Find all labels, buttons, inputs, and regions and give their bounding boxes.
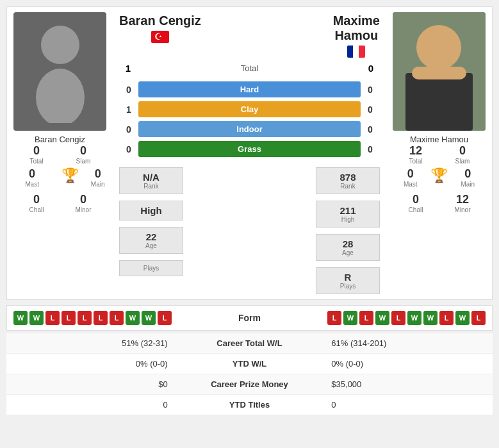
main-container: Baran Cengiz 0 Total 0 Slam 0 Mast	[0, 0, 499, 422]
center-stats: Baran Cengiz MaximeHamou 1 Total 0	[113, 7, 386, 299]
left-form-l2: L	[61, 311, 76, 325]
ytd-titles-right: 0	[322, 395, 493, 415]
ytd-titles-left: 0	[6, 395, 177, 415]
total-score-right: 0	[362, 63, 380, 74]
stats-row-ytd-wl: 0% (0-0) YTD W/L 0% (0-0)	[6, 354, 493, 374]
ytd-titles-label: YTD Titles	[177, 395, 323, 415]
left-rank-value: N/A	[143, 172, 160, 183]
right-form-l2: L	[359, 311, 373, 325]
left-plays-box: Plays	[119, 260, 183, 276]
left-trophy-row: 0 Mast 🏆 0 Main	[15, 167, 105, 188]
right-form-w2: W	[375, 311, 389, 325]
right-stat-chall: 0 Chall	[395, 193, 438, 213]
left-stat-total: 0 Total	[15, 144, 58, 165]
right-age-box: 28 Age	[316, 234, 380, 261]
right-plays-box: R Plays	[316, 267, 380, 294]
right-player-name: Maxime Hamou	[410, 135, 468, 144]
right-player-section: Maxime Hamou 12 Total 0 Slam 0 Mast	[386, 7, 492, 219]
right-plays-value: R	[345, 272, 352, 283]
svg-rect-4	[405, 73, 473, 131]
right-trophy-cell: 🏆	[430, 167, 448, 188]
form-section: W W L L L L L W W L Form L W L W L W W L…	[6, 305, 493, 331]
right-chall-minor: 0 Chall 12 Minor	[395, 193, 484, 213]
surface-row-indoor: 0 Indoor 0	[119, 121, 380, 137]
indoor-score-left: 0	[119, 124, 138, 135]
svg-point-3	[416, 25, 461, 70]
left-form-w1: W	[13, 311, 28, 325]
left-trophy-icon: 🏆	[61, 167, 79, 184]
france-flag-icon	[347, 46, 365, 58]
stats-row-prize-money: $0 Career Prize Money $35,000	[6, 374, 493, 395]
right-form-w4: W	[423, 311, 438, 325]
right-name-block: MaximeHamou	[333, 13, 380, 60]
stats-row-ytd-titles: 0 YTD Titles 0	[6, 395, 493, 415]
match-header: Baran Cengiz 0 Total 0 Slam 0 Mast	[6, 6, 493, 300]
left-stat-mast: 0 Mast	[15, 167, 49, 188]
left-age-box: 22 Age	[119, 227, 183, 254]
clay-badge: Clay	[138, 101, 361, 117]
total-row: 1 Total 0	[113, 60, 386, 76]
right-high-value: 211	[339, 205, 356, 216]
left-stat-main: 0 Main	[91, 167, 105, 188]
surface-row-hard: 0 Hard 0	[119, 81, 380, 97]
surface-scores: 0 Hard 0 1 Clay 0 0 Indoor 0 0 Grass	[113, 76, 386, 162]
career-wl-left: 51% (32-31)	[6, 333, 177, 354]
left-form-w2: W	[29, 311, 44, 325]
left-player-name-top: Baran Cengiz	[119, 13, 201, 28]
career-wl-right: 61% (314-201)	[322, 333, 493, 354]
career-wl-label: Career Total W/L	[177, 333, 323, 354]
left-stat-chall: 0 Chall	[15, 193, 58, 213]
left-form-w3: W	[126, 311, 140, 325]
left-flag-row	[151, 31, 169, 43]
svg-rect-5	[412, 67, 466, 79]
left-form-l1: L	[45, 311, 60, 325]
left-avatar-svg	[31, 21, 89, 123]
right-stat-main: 0 Main	[452, 167, 484, 188]
left-high-value: High	[140, 205, 161, 216]
clay-score-right: 0	[361, 104, 380, 115]
right-stat-minor: 12 Minor	[441, 193, 484, 213]
left-form-l4: L	[94, 311, 108, 325]
indoor-badge: Indoor	[138, 121, 361, 137]
left-form-l5: L	[110, 311, 124, 325]
left-player-stats-grid: 0 Total 0 Slam	[15, 144, 105, 165]
right-form-l4: L	[439, 311, 454, 325]
left-chall-minor: 0 Chall 0 Minor	[15, 193, 105, 213]
top-names-row: Baran Cengiz MaximeHamou	[113, 7, 386, 60]
grass-score-right: 0	[361, 144, 380, 154]
hard-score-right: 0	[361, 85, 380, 95]
hard-badge: Hard	[138, 81, 361, 97]
right-mid-stat-boxes: 878 Rank 211 High 28 Age R Plays	[316, 165, 380, 296]
right-stat-total: 12 Total	[395, 144, 438, 165]
ytd-wl-left: 0% (0-0)	[6, 354, 177, 374]
right-mast-main: 0 Mast 🏆 0 Main	[395, 167, 484, 188]
left-form-l3: L	[78, 311, 92, 325]
right-stat-slam: 0 Slam	[441, 144, 484, 165]
right-age-value: 28	[343, 238, 354, 249]
surface-row-grass: 0 Grass 0	[119, 141, 380, 157]
svg-point-0	[41, 26, 79, 64]
left-name-block: Baran Cengiz	[119, 13, 201, 60]
left-player-photo	[13, 12, 106, 131]
right-trophy-icon: 🏆	[430, 167, 448, 184]
left-form-badges: W W L L L L L W W L	[13, 311, 172, 325]
left-stat-minor: 0 Minor	[62, 193, 105, 213]
right-high-box: 211 High	[316, 201, 380, 228]
ytd-wl-label: YTD W/L	[177, 354, 323, 374]
left-player-name: Baran Cengiz	[35, 135, 85, 144]
right-flag-row	[347, 46, 365, 58]
left-stat-slam: 0 Slam	[62, 144, 105, 165]
right-player-name-top: MaximeHamou	[333, 13, 380, 43]
left-plays-value: Plays	[143, 265, 159, 272]
form-label: Form	[172, 313, 327, 323]
right-form-l3: L	[391, 311, 405, 325]
grass-badge: Grass	[138, 141, 361, 157]
svg-point-1	[36, 69, 85, 123]
left-high-box: High	[119, 201, 183, 220]
right-form-badges: L W L W L W W L W L	[327, 311, 486, 325]
bottom-stats-table: 51% (32-31) Career Total W/L 61% (314-20…	[6, 333, 493, 415]
stats-row-career-wl: 51% (32-31) Career Total W/L 61% (314-20…	[6, 333, 493, 354]
right-form-w3: W	[407, 311, 421, 325]
mid-boxes-row: N/A Rank High 22 Age Plays	[113, 162, 386, 299]
right-form-l1: L	[327, 311, 341, 325]
